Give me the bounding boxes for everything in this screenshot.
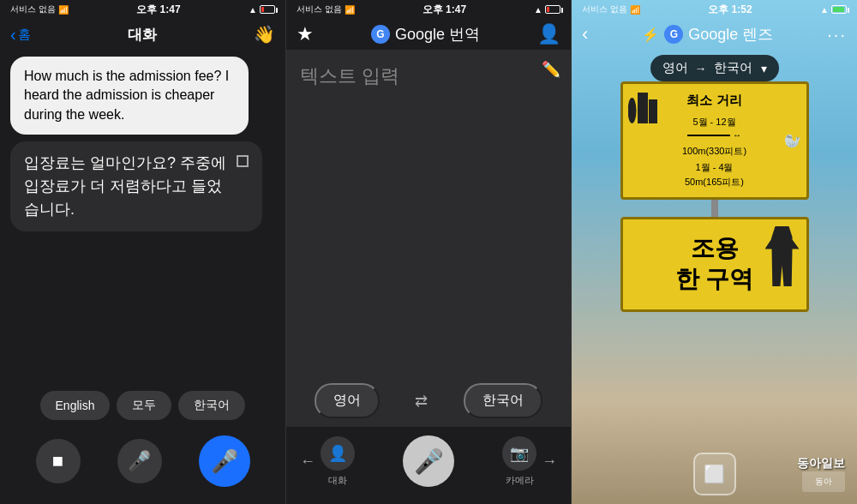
flash-off-icon[interactable]: ⚡ bbox=[642, 27, 659, 43]
battery-fill-p1 bbox=[261, 7, 264, 12]
source-lang-pill[interactable]: 영어 bbox=[662, 60, 688, 76]
app-title-p3: ⚡ G Google 렌즈 bbox=[642, 24, 773, 45]
back-button-p1[interactable]: ‹ 홈 bbox=[10, 25, 31, 45]
back-chevron-icon: ‹ bbox=[10, 25, 16, 45]
sign-bottom-line2: 한 구역 bbox=[675, 266, 754, 292]
bubble-korean: 입장료는 얼마인가요? 주중에 입장료가 더 저렴하다고 들었습니다. bbox=[10, 141, 262, 231]
capture-icon: ⬜ bbox=[704, 464, 725, 484]
bottom-tabs-p2: ← 👤 대화 🎤 📷 카메라 → bbox=[286, 427, 571, 504]
battery-p1 bbox=[260, 5, 275, 14]
lang-arrow-icon: → bbox=[695, 62, 707, 75]
panel-translate: 서비스 없음 📶 오후 1:47 ▲ ★ G Google 번역 👤 텍스트 입… bbox=[285, 0, 572, 504]
more-options-button[interactable]: ··· bbox=[827, 25, 847, 45]
mic-center-icon: 🎤 bbox=[414, 447, 444, 476]
right-arrow-icon: → bbox=[542, 453, 557, 471]
status-right-p3: ▲ bbox=[820, 5, 847, 15]
camera-tab-group: 📷 카메라 → bbox=[502, 436, 557, 487]
signal-icon-p3: ▲ bbox=[820, 5, 829, 15]
target-lang-button[interactable]: 한국어 bbox=[464, 383, 542, 418]
figure-1 bbox=[628, 98, 637, 123]
camera-label: 카메라 bbox=[506, 474, 534, 487]
status-left-p1: 서비스 없음 📶 bbox=[10, 3, 69, 15]
sign-bottom-line1: 조용 bbox=[691, 235, 739, 261]
mic-muted-icon: 🎤 bbox=[128, 450, 151, 472]
conversation-label: 대화 bbox=[328, 474, 347, 487]
no-service-label-p2: 서비스 없음 bbox=[297, 3, 342, 15]
status-left-p3: 서비스 없음 📶 bbox=[582, 3, 640, 15]
app-title-p2: G Google 번역 bbox=[371, 24, 480, 45]
battery-fill-p3 bbox=[833, 7, 844, 12]
wifi-icon-p3: 📶 bbox=[630, 5, 640, 15]
bottom-controls-p1: ■ 🎤 🎤 bbox=[0, 427, 285, 504]
profile-button[interactable]: 👤 bbox=[537, 23, 560, 45]
status-right-p2: ▲ bbox=[534, 5, 560, 15]
panel-conversation: 서비스 없음 📶 오후 1:47 ▲ ‹ 홈 대화 👋 How much is … bbox=[0, 0, 285, 504]
camera-tab[interactable]: 📷 카메라 bbox=[502, 436, 536, 487]
distance-line-1: ↔ bbox=[635, 130, 794, 140]
app-name-p2: Google 번역 bbox=[395, 24, 480, 45]
back-button-p3[interactable]: ‹ bbox=[582, 23, 588, 45]
no-service-label-p3: 서비스 없음 bbox=[582, 3, 627, 15]
figure-3 bbox=[649, 99, 657, 123]
status-bar-p1: 서비스 없음 📶 오후 1:47 ▲ bbox=[0, 0, 285, 19]
sign-bottom: 조용 한 구역 bbox=[620, 217, 809, 312]
target-lang-pill[interactable]: 한국어 bbox=[714, 60, 752, 76]
bubble-english[interactable]: How much is the admission fee? I heard t… bbox=[10, 57, 249, 135]
lang-btn-all[interactable]: 모두 bbox=[117, 391, 171, 420]
wifi-icon-p2: 📶 bbox=[345, 5, 355, 15]
panel-lens: 서비스 없음 📶 오후 1:52 ▲ ‹ ⚡ G Google 렌즈 ··· 영… bbox=[572, 0, 857, 504]
sign-row2-date: 1월 - 4월 bbox=[635, 161, 794, 174]
seal-icon: 🦭 bbox=[784, 133, 801, 149]
figure-2 bbox=[638, 93, 648, 123]
sign-top: 최소 거리 5월 - 12월 ↔ 100m(330피트) 1월 - 4월 50m… bbox=[620, 81, 809, 200]
sign-row2-dist: 50m(165피트) bbox=[635, 176, 794, 189]
back-label-p1: 홈 bbox=[18, 27, 31, 43]
watermark-logo-bg: 동아 bbox=[802, 471, 845, 492]
edit-icon: ✏️ bbox=[542, 60, 560, 79]
lang-btn-korean[interactable]: 한국어 bbox=[178, 391, 245, 420]
sign-top-content: 최소 거리 5월 - 12월 ↔ 100m(330피트) 1월 - 4월 50m… bbox=[635, 93, 794, 189]
chat-area: How much is the admission fee? I heard t… bbox=[0, 50, 285, 384]
capture-button[interactable]: ⬜ bbox=[693, 453, 736, 495]
stop-button[interactable]: ■ bbox=[36, 439, 81, 483]
nav-bar-p2: ★ G Google 번역 👤 bbox=[286, 19, 571, 50]
stop-icon: ■ bbox=[52, 450, 63, 472]
wifi-icon-p1: 📶 bbox=[58, 5, 69, 15]
watermark-logo: 동아 bbox=[815, 476, 832, 488]
lang-pill: 영어 → 한국어 ▾ bbox=[650, 55, 779, 81]
battery-p3 bbox=[831, 5, 847, 14]
battery-p2 bbox=[545, 5, 560, 14]
nav-bar-p3: ‹ ⚡ G Google 렌즈 ··· bbox=[572, 19, 857, 50]
stop-square-icon[interactable] bbox=[237, 155, 249, 167]
distance-arrow-1: ↔ bbox=[733, 130, 741, 140]
conversation-tab[interactable]: 👤 대화 bbox=[321, 436, 355, 487]
text-input-area[interactable]: 텍스트 입력 ✏️ bbox=[286, 50, 571, 375]
mic-muted-button[interactable]: 🎤 bbox=[117, 439, 162, 483]
app-name-p3: Google 렌즈 bbox=[688, 24, 773, 45]
sign-top-title: 최소 거리 bbox=[635, 93, 794, 109]
status-bar-p2: 서비스 없음 📶 오후 1:47 ▲ bbox=[286, 0, 571, 19]
swap-icon[interactable]: ⇄ bbox=[415, 392, 428, 411]
bubble-korean-text: 입장료는 얼마인가요? 주중에 입장료가 더 저렴하다고 들었습니다. bbox=[24, 152, 230, 221]
camera-icon: 📷 bbox=[502, 436, 536, 471]
source-lang-button[interactable]: 영어 bbox=[315, 383, 380, 418]
signal-icon-p2: ▲ bbox=[534, 5, 542, 15]
status-time-p3: 오후 1:52 bbox=[708, 3, 752, 17]
mic-center-button[interactable]: 🎤 bbox=[403, 435, 454, 487]
status-time-p1: 오후 1:47 bbox=[136, 3, 180, 17]
status-right-p1: ▲ bbox=[249, 5, 275, 15]
sign-assembly: 최소 거리 5월 - 12월 ↔ 100m(330피트) 1월 - 4월 50m… bbox=[608, 81, 822, 312]
lang-btn-english[interactable]: English bbox=[40, 391, 111, 420]
lang-bar-p2: 영어 ⇄ 한국어 bbox=[286, 375, 571, 427]
chevron-down-icon[interactable]: ▾ bbox=[761, 62, 767, 75]
watermark-text: 동아일보 bbox=[797, 456, 845, 471]
star-button[interactable]: ★ bbox=[297, 23, 314, 45]
mic-main-button[interactable]: 🎤 bbox=[199, 435, 250, 487]
google-logo-p3: G bbox=[664, 25, 683, 44]
input-placeholder: 텍스트 입력 bbox=[300, 63, 399, 89]
signal-icon-p1: ▲ bbox=[249, 5, 257, 15]
mic-main-icon: 🎤 bbox=[211, 448, 238, 475]
no-service-label: 서비스 없음 bbox=[10, 3, 56, 15]
handwave-icon: 👋 bbox=[254, 24, 275, 45]
nav-title-p1: 대화 bbox=[128, 25, 157, 45]
